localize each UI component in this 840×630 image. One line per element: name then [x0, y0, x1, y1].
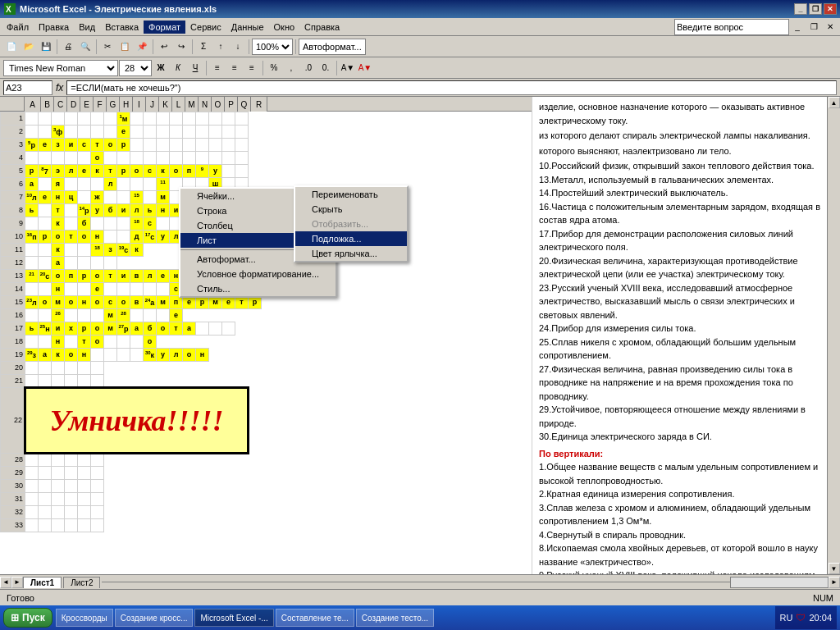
dec-decrease-button[interactable]: 0.: [317, 60, 334, 76]
percent-button[interactable]: %: [266, 60, 282, 76]
col-A: A: [25, 97, 41, 112]
panel-line-16: 16.Частица с положительным элементарным …: [539, 200, 820, 227]
panel-v1: 1.Общее название веществ с малым удельны…: [539, 460, 820, 487]
scroll-right-button[interactable]: ►: [11, 577, 23, 588]
sheet-tab-list2[interactable]: Лист2: [63, 577, 100, 588]
menu-window[interactable]: Окно: [269, 21, 300, 34]
col-H: H: [120, 97, 133, 112]
minimize-button[interactable]: _: [794, 3, 807, 15]
taskbar-item-test[interactable]: Создание тесто...: [356, 609, 434, 627]
main-area: A B C D E F G H I J K L M N O P Q R: [0, 97, 840, 574]
italic-button[interactable]: К: [170, 60, 186, 76]
antivirus-icon: 🛡: [796, 612, 806, 623]
fill-color-button[interactable]: A▼: [340, 60, 356, 76]
col-I: I: [133, 97, 146, 112]
sort-asc-button[interactable]: ↑: [212, 39, 229, 55]
align-right-button[interactable]: ≡: [244, 60, 260, 76]
underline-button[interactable]: Ч: [187, 60, 203, 76]
horiz-scrollbar[interactable]: [730, 577, 829, 588]
menu-edit[interactable]: Правка: [34, 21, 74, 34]
sheet-tab-list1[interactable]: Лист1: [23, 577, 62, 588]
panel-v2: 2.Кратная единица измерения сопротивлени…: [539, 487, 820, 501]
comma-button[interactable]: ,: [283, 60, 299, 76]
window-control-small-min[interactable]: _: [789, 19, 806, 35]
menu-file[interactable]: Файл: [2, 21, 34, 34]
new-button[interactable]: 📄: [3, 39, 20, 55]
restore-button[interactable]: ❐: [809, 3, 822, 15]
taskbar-item-create-cross[interactable]: Создание кросс...: [115, 609, 194, 627]
font-name-select[interactable]: Times New Roman: [3, 60, 118, 76]
col-N: N: [199, 97, 212, 112]
clock: 20:04: [809, 613, 832, 623]
zoom-select[interactable]: 100%: [252, 39, 293, 55]
font-size-select[interactable]: 28: [119, 60, 152, 76]
menu-data[interactable]: Данные: [226, 21, 269, 34]
align-left-button[interactable]: ≡: [209, 60, 226, 76]
spreadsheet: A B C D E F G H I J K L M N O P Q R: [0, 97, 532, 574]
taskbar-item-excel[interactable]: Microsoft Excel -...: [194, 609, 273, 627]
right-panel: изделие, основное назначение которого — …: [532, 97, 827, 574]
dec-increase-button[interactable]: .0: [300, 60, 317, 76]
cut-button[interactable]: ✂: [99, 39, 116, 55]
sort-desc-button[interactable]: ↓: [230, 39, 246, 55]
menu-style[interactable]: Стиль...: [180, 281, 336, 296]
copy-button[interactable]: 📋: [116, 39, 133, 55]
align-center-button[interactable]: ≡: [226, 60, 243, 76]
menu-tools[interactable]: Сервис: [185, 21, 226, 34]
right-panel-header1: изделие, основное назначение которого — …: [539, 100, 820, 127]
panel-line-14: 14.Простейший электрический выключатель.: [539, 186, 820, 200]
col-K: K: [159, 97, 172, 112]
taskbar-item-crosswords[interactable]: Кроссворды: [56, 609, 113, 627]
bold-button[interactable]: Ж: [153, 60, 169, 76]
menu-format[interactable]: Формат: [144, 21, 185, 34]
undo-button[interactable]: ↩: [156, 39, 172, 55]
menu-bar: Файл Правка Вид Вставка Формат Сервис Да…: [0, 18, 840, 36]
scroll-left-button[interactable]: ◄: [0, 577, 11, 588]
toolbar-standard: 📄 📂 💾 🖨 🔍 ✂ 📋 📌 ↩ ↪ Σ ↑ ↓ 100% Автоформа…: [0, 36, 840, 57]
font-color-button[interactable]: A▼: [357, 60, 373, 76]
submenu-background[interactable]: Подложка...: [295, 231, 407, 246]
menu-help[interactable]: Справка: [299, 21, 345, 34]
close-button[interactable]: ✕: [824, 3, 837, 15]
col-C: C: [54, 97, 67, 112]
submenu-show[interactable]: Отобразить...: [295, 217, 407, 231]
panel-v9: 9.Русский ученый XVIII века, положивший …: [539, 568, 820, 574]
open-button[interactable]: 📂: [21, 39, 37, 55]
taskbar-sys-tray: RU 🛡 20:04: [775, 606, 837, 629]
col-L: L: [172, 97, 185, 112]
panel-line-29: 29.Устойчивое, повторяющееся отношение м…: [539, 403, 820, 430]
name-box[interactable]: A23: [3, 80, 52, 95]
sum-button[interactable]: Σ: [195, 39, 212, 55]
start-button[interactable]: ⊞ Пуск: [3, 608, 52, 628]
window-control-small-close[interactable]: ✕: [822, 19, 838, 35]
col-Q: Q: [238, 97, 251, 112]
submenu-rename[interactable]: Переименовать: [295, 187, 407, 202]
col-M: M: [185, 97, 199, 112]
print-button[interactable]: 🖨: [60, 39, 76, 55]
menu-insert[interactable]: Вставка: [100, 21, 144, 34]
app-icon: X: [3, 2, 16, 16]
formula-bar: A23 fx: [0, 79, 840, 97]
col-O: O: [212, 97, 225, 112]
menu-conditional[interactable]: Условное форматирование...: [180, 267, 336, 281]
vertical-scrollbar[interactable]: ▲ ▼: [827, 97, 840, 574]
panel-v8: 8.Ископаемая смола хвойных деревьев, от …: [539, 541, 820, 568]
redo-button[interactable]: ↪: [173, 39, 189, 55]
start-label: Пуск: [22, 612, 45, 623]
formula-input[interactable]: [66, 80, 837, 95]
right-panel-header2: из которого делают спираль электрической…: [539, 129, 820, 143]
question-box[interactable]: [674, 19, 789, 35]
taskbar-item-compile[interactable]: Составление те...: [276, 609, 354, 627]
save-button[interactable]: 💾: [38, 39, 54, 55]
app-window: X Microsoft Excel - Электрические явлени…: [0, 0, 840, 630]
scroll-down-right[interactable]: ►: [829, 577, 840, 588]
autoformat-button[interactable]: Автоформат...: [299, 39, 366, 55]
menu-view[interactable]: Вид: [74, 21, 100, 34]
paste-button[interactable]: 📌: [134, 39, 150, 55]
submenu-hide[interactable]: Скрыть: [295, 202, 407, 217]
window-control-small-max[interactable]: ❐: [806, 19, 822, 35]
print-preview-button[interactable]: 🔍: [77, 39, 94, 55]
submenu-tab-color[interactable]: Цвет ярлычка...: [295, 246, 407, 261]
lang-indicator[interactable]: RU: [780, 613, 793, 623]
panel-line-30: 30.Единица электрического заряда в СИ.: [539, 430, 820, 444]
